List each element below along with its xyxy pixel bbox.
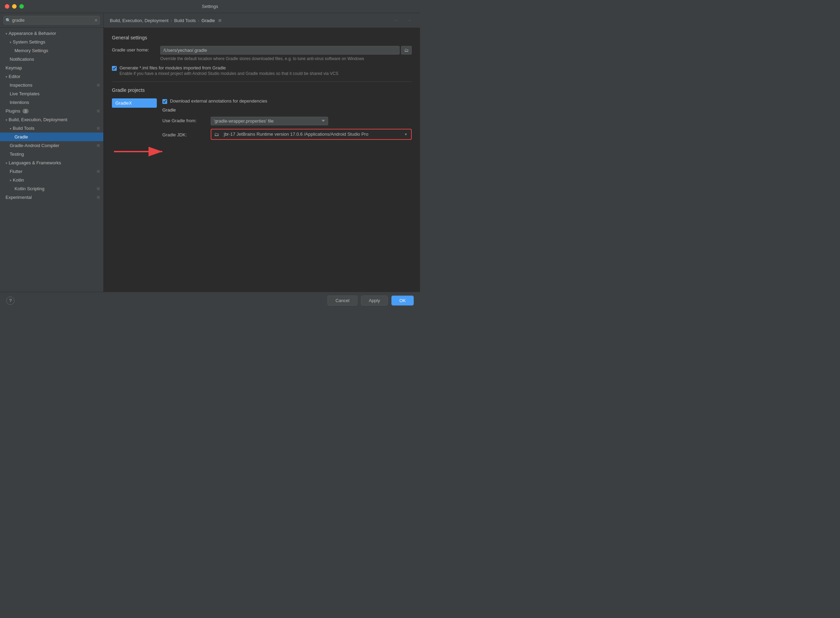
sidebar-label-testing: Testing: [10, 152, 24, 157]
sidebar-item-plugins[interactable]: Plugins3 ⊞: [0, 107, 103, 115]
sidebar-label-gradle: Gradle: [15, 134, 28, 140]
pin-icon-gac: ⊞: [97, 143, 100, 148]
project-settings: Download external annotations for depend…: [162, 98, 412, 140]
sidebar-list: ▾Appearance & Behavior ▾System Settings …: [0, 28, 103, 292]
sidebar-label-keymap: Keymap: [6, 65, 22, 70]
use-gradle-from-row: Use Gradle from: 'gradle-wrapper.propert…: [162, 117, 412, 125]
sidebar-item-testing[interactable]: Testing: [0, 150, 103, 159]
help-button[interactable]: ?: [6, 297, 15, 305]
sidebar-label-editor: Editor: [9, 74, 20, 79]
content-area: Build, Execution, Deployment › Build Too…: [104, 13, 420, 292]
sidebar-item-build-exec-deploy[interactable]: ▾Build, Execution, Deployment: [0, 115, 103, 124]
sidebar-item-live-templates[interactable]: Live Templates: [0, 89, 103, 98]
gradle-user-home-control: 🗂 Override the default location where Gr…: [160, 46, 412, 62]
gradle-subsection-title: Gradle: [162, 107, 412, 113]
search-clear-icon[interactable]: ✕: [94, 18, 98, 23]
project-list: GradleX: [112, 98, 157, 140]
gradle-jdk-label: Gradle JDK:: [162, 131, 211, 137]
sidebar-label-system-settings: System Settings: [13, 39, 45, 45]
download-annotations-row: Download external annotations for depend…: [162, 98, 412, 104]
search-input[interactable]: [3, 16, 100, 25]
generate-iml-row: Generate *.iml files for modules importe…: [112, 65, 412, 76]
gradle-user-home-label: Gradle user home:: [112, 46, 160, 52]
sidebar-label-experimental: Experimental: [6, 195, 32, 200]
cancel-button[interactable]: Cancel: [327, 296, 357, 306]
sidebar-label-plugins: Plugins: [6, 108, 20, 114]
pin-icon-ks: ⊞: [97, 186, 100, 191]
pin-icon-plugins: ⊞: [97, 109, 100, 113]
nav-forward-button[interactable]: →: [404, 16, 414, 24]
nav-back-button[interactable]: ←: [392, 16, 401, 24]
expand-arrow-bt: ▾: [10, 127, 11, 131]
sidebar-label-notifications: Notifications: [10, 56, 34, 62]
sidebar-label-kotlin: Kotlin: [13, 177, 24, 183]
use-gradle-from-label: Use Gradle from:: [162, 117, 211, 123]
use-gradle-from-select[interactable]: 'gradle-wrapper.properties' file Specifi…: [211, 117, 328, 125]
sidebar-item-editor[interactable]: ▾Editor: [0, 72, 103, 81]
generate-iml-checkbox[interactable]: [112, 66, 117, 71]
expand-arrow: ▾: [6, 32, 7, 36]
sidebar-item-kotlin[interactable]: ▾Kotlin: [0, 176, 103, 184]
gradle-jdk-row: Gradle JDK: 🗂 jbr-17 JetBrains Runtime v…: [162, 129, 412, 140]
breadcrumb-sep-2: ›: [198, 18, 199, 23]
project-list-item-gradlex[interactable]: GradleX: [112, 98, 157, 108]
sidebar-label-inspections: Inspections: [10, 83, 33, 88]
close-button[interactable]: [5, 4, 9, 9]
use-gradle-from-control: 'gradle-wrapper.properties' file Specifi…: [211, 117, 412, 125]
generate-iml-label-group: Generate *.iml files for modules importe…: [119, 65, 339, 76]
main-content: 🔍 ✕ ▾Appearance & Behavior ▾System Setti…: [0, 13, 420, 292]
download-annotations-checkbox[interactable]: [162, 99, 167, 104]
gradle-jdk-control: 🗂 jbr-17 JetBrains Runtime version 17.0.…: [211, 129, 412, 140]
sidebar-label-build-exec-deploy: Build, Execution, Deployment: [9, 117, 67, 122]
window-title: Settings: [202, 4, 218, 9]
sidebar-item-system-settings[interactable]: ▾System Settings: [0, 38, 103, 46]
sidebar-label-gradle-android-compiler: Gradle-Android Compiler: [10, 143, 59, 148]
plugins-badge: 3: [22, 109, 29, 114]
sidebar-label-build-tools: Build Tools: [13, 126, 34, 131]
minimize-button[interactable]: [12, 4, 16, 9]
sidebar-item-inspections[interactable]: Inspections ⊞: [0, 81, 103, 89]
breadcrumb-part-3: Gradle: [201, 18, 215, 23]
expand-arrow: ▾: [6, 75, 7, 79]
sidebar-label-memory-settings: Memory Settings: [15, 48, 48, 53]
nav-arrows: ← →: [392, 16, 414, 24]
help-icon: ?: [9, 298, 11, 303]
ok-button[interactable]: OK: [391, 296, 414, 306]
divider: [112, 82, 412, 82]
sidebar-item-gradle[interactable]: Gradle: [0, 132, 103, 141]
sidebar-item-languages-frameworks[interactable]: ▾Languages & Frameworks: [0, 159, 103, 167]
sidebar-item-appearance[interactable]: ▾Appearance & Behavior: [0, 29, 103, 38]
breadcrumb: Build, Execution, Deployment › Build Too…: [110, 18, 222, 23]
sidebar-item-build-tools[interactable]: ▾Build Tools ⊞: [0, 124, 103, 132]
apply-button[interactable]: Apply: [361, 296, 388, 306]
bottom-bar: ? Cancel Apply OK: [0, 292, 420, 309]
sidebar-label-live-templates: Live Templates: [10, 91, 39, 96]
sidebar-label-languages-frameworks: Languages & Frameworks: [9, 160, 61, 165]
sidebar-item-memory-settings[interactable]: Memory Settings: [0, 46, 103, 55]
sidebar-item-flutter[interactable]: Flutter ⊞: [0, 167, 103, 176]
breadcrumb-sep-1: ›: [171, 18, 172, 23]
gradle-user-home-hint: Override the default location where Grad…: [160, 56, 412, 62]
sidebar-item-gradle-android-compiler[interactable]: Gradle-Android Compiler ⊞: [0, 141, 103, 150]
sidebar-item-experimental[interactable]: Experimental ⊞: [0, 193, 103, 202]
maximize-button[interactable]: [19, 4, 24, 9]
pin-icon-exp: ⊞: [97, 195, 100, 199]
general-settings-title: General settings: [112, 35, 412, 40]
gradle-user-home-folder-button[interactable]: 🗂: [401, 46, 412, 55]
gradle-user-home-input[interactable]: [160, 46, 400, 55]
gradle-user-home-row: Gradle user home: 🗂 Override the default…: [112, 46, 412, 62]
gradle-user-home-input-group: 🗂: [160, 46, 412, 55]
search-wrapper: 🔍 ✕: [3, 16, 100, 25]
sidebar-item-intentions[interactable]: Intentions: [0, 98, 103, 107]
sidebar-item-keymap[interactable]: Keymap: [0, 64, 103, 72]
sidebar-label-intentions: Intentions: [10, 100, 29, 105]
sidebar-item-notifications[interactable]: Notifications: [0, 55, 103, 64]
download-annotations-label: Download external annotations for depend…: [170, 98, 267, 104]
titlebar: Settings: [0, 0, 420, 13]
sidebar: 🔍 ✕ ▾Appearance & Behavior ▾System Setti…: [0, 13, 104, 292]
breadcrumb-part-2: Build Tools: [174, 18, 196, 23]
sidebar-item-kotlin-scripting[interactable]: Kotlin Scripting ⊞: [0, 184, 103, 193]
settings-content: General settings Gradle user home: 🗂 Ove…: [104, 28, 420, 292]
generate-iml-hint: Enable if you have a mixed project with …: [119, 71, 339, 76]
gradle-jdk-dropdown-button[interactable]: ▾: [403, 132, 408, 137]
